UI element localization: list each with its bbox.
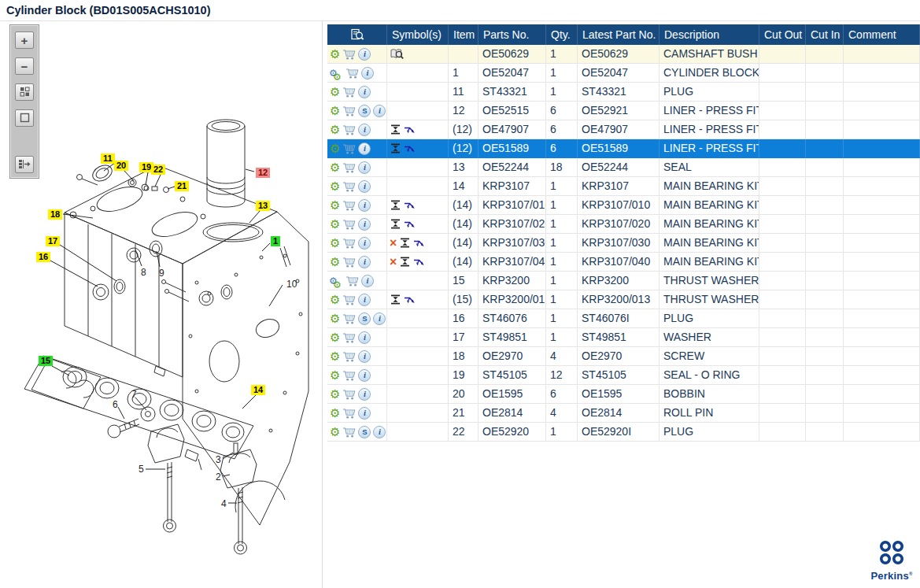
gear-icon[interactable]: ⚙	[330, 351, 340, 362]
diagram-callout-14[interactable]: 14	[251, 385, 265, 395]
cart-icon[interactable]	[345, 276, 359, 287]
table-row[interactable]: ⚙i11ST433211ST43321PLUG	[327, 83, 920, 102]
column-header-comment[interactable]: Comment	[844, 24, 920, 45]
diagram-callout-1[interactable]: 1	[271, 236, 280, 246]
cart-icon[interactable]	[342, 313, 356, 324]
cart-icon[interactable]	[342, 219, 356, 230]
multi-view-button[interactable]	[15, 83, 34, 101]
table-row[interactable]: ⚙i(12)OE479076OE47907LINER - PRESS FIT	[327, 120, 920, 139]
gear-icon[interactable]: ⚙	[330, 162, 340, 173]
gear-icon[interactable]: ⚙	[330, 49, 340, 60]
diagram-callout-20[interactable]: 20	[114, 161, 128, 171]
table-row[interactable]: ⚙Si16ST460761ST46076IPLUG	[327, 309, 920, 328]
gear-double-icon[interactable]: ⚙⚙	[330, 275, 343, 287]
gear-icon[interactable]: ⚙	[330, 105, 340, 116]
info-icon[interactable]: i	[358, 86, 371, 98]
table-row-selected[interactable]: ⚙i(12)OE515896OE51589LINER - PRESS FIT	[327, 139, 920, 158]
info-icon[interactable]: i	[358, 142, 371, 155]
column-header-actions[interactable]	[327, 24, 387, 45]
info-icon[interactable]: i	[373, 312, 386, 325]
diagram-callout-21[interactable]: 21	[175, 181, 189, 191]
diagram-callout-11[interactable]: 11	[101, 153, 115, 164]
gear-icon[interactable]: ⚙	[330, 370, 340, 381]
table-row[interactable]: ⚙i(14)KRP3107/0101KRP3107/010MAIN BEARIN…	[327, 196, 920, 215]
table-row[interactable]: ⚙i17ST498511ST49851WASHER	[327, 328, 920, 347]
table-row[interactable]: ⚙i(15)KRP3200/0131KRP3200/013THRUST WASH…	[327, 290, 920, 309]
gear-icon[interactable]: ⚙	[330, 257, 340, 268]
table-row[interactable]: ⚙i20OE15956OE1595BOBBIN	[327, 385, 920, 404]
info-icon[interactable]: i	[358, 331, 371, 344]
info-icon[interactable]: i	[358, 237, 371, 250]
table-row[interactable]: ⚙⚙i15KRP32001KRP3200THRUST WASHER	[327, 272, 920, 290]
cart-icon[interactable]	[345, 68, 359, 79]
cart-icon[interactable]	[342, 181, 356, 192]
cart-icon[interactable]	[342, 49, 356, 60]
info-icon[interactable]: i	[358, 369, 371, 382]
info-icon[interactable]: i	[358, 350, 371, 363]
cart-icon[interactable]	[342, 389, 356, 400]
column-header-cut-out[interactable]: Cut Out	[759, 24, 806, 45]
gear-icon[interactable]: ⚙	[330, 219, 340, 230]
table-row[interactable]: ⚙i14KRP31071KRP3107MAIN BEARING KIT	[327, 177, 920, 196]
cart-icon[interactable]	[342, 162, 356, 173]
info-icon[interactable]: i	[358, 124, 371, 136]
cart-icon[interactable]	[342, 408, 356, 419]
cart-icon[interactable]	[342, 427, 356, 438]
column-header-parts-no[interactable]: Parts No.	[478, 24, 546, 45]
info-icon[interactable]: i	[358, 161, 371, 174]
column-header-qty[interactable]: Qty.	[546, 24, 578, 45]
diagram-callout-18[interactable]: 18	[48, 209, 62, 220]
column-header-description[interactable]: Description	[660, 24, 759, 45]
cart-icon[interactable]	[342, 351, 356, 362]
supersession-badge-icon[interactable]: S	[358, 312, 371, 325]
diagram-callout-13[interactable]: 13	[256, 201, 270, 211]
gear-icon[interactable]: ⚙	[330, 389, 340, 400]
cart-icon[interactable]	[342, 370, 356, 381]
diagram-callout-17[interactable]: 17	[46, 236, 60, 246]
diagram-callout-15[interactable]: 15	[39, 356, 53, 366]
diagram-callout-12[interactable]: 12	[256, 168, 270, 178]
gear-double-icon[interactable]: ⚙⚙	[330, 67, 343, 80]
column-header-cut-in[interactable]: Cut In	[806, 24, 844, 45]
zoom-out-button[interactable]: −	[15, 57, 34, 75]
info-icon[interactable]: i	[361, 67, 374, 80]
fit-view-button[interactable]	[15, 109, 34, 127]
diagram-callout-22[interactable]: 22	[151, 165, 165, 175]
table-row[interactable]: ⚙⚙i1OE520471OE52047CYLINDER BLOCK KIT	[327, 64, 920, 83]
gear-icon[interactable]: ⚙	[330, 181, 340, 192]
column-header-item[interactable]: Item	[449, 24, 478, 45]
gear-icon[interactable]: ⚙	[330, 143, 340, 154]
cart-icon[interactable]	[342, 143, 356, 154]
cart-icon[interactable]	[342, 87, 356, 98]
table-row[interactable]: ⚙i21OE28144OE2814ROLL PIN	[327, 404, 920, 423]
gear-icon[interactable]: ⚙	[330, 87, 340, 98]
gear-icon[interactable]: ⚙	[330, 294, 340, 305]
table-row[interactable]: ⚙i×(14)KRP3107/0401KRP3107/040MAIN BEARI…	[327, 253, 920, 272]
info-icon[interactable]: i	[358, 48, 371, 61]
diagram-callout-16[interactable]: 16	[36, 252, 50, 262]
cart-icon[interactable]	[342, 200, 356, 211]
cart-icon[interactable]	[342, 105, 356, 116]
gear-icon[interactable]: ⚙	[330, 427, 340, 438]
table-row[interactable]: ⚙Si12OE525156OE52921LINER - PRESS FIT	[327, 102, 920, 120]
gear-icon[interactable]: ⚙	[330, 408, 340, 419]
table-row[interactable]: ⚙i(14)KRP3107/0201KRP3107/020MAIN BEARIN…	[327, 215, 920, 234]
cart-icon[interactable]	[342, 332, 356, 343]
column-header-symbol-s[interactable]: Symbol(s)	[387, 24, 449, 45]
info-icon[interactable]: i	[361, 275, 374, 287]
zoom-in-button[interactable]: +	[15, 31, 34, 49]
supersession-badge-icon[interactable]: S	[358, 105, 371, 117]
gear-icon[interactable]: ⚙	[330, 332, 340, 343]
info-icon[interactable]: i	[373, 426, 386, 438]
table-row[interactable]: ⚙iOE506291OE50629CAMSHAFT BUSH	[327, 45, 920, 64]
info-icon[interactable]: i	[358, 256, 371, 268]
table-row[interactable]: ⚙i13OE5224418OE52244SEAL	[327, 158, 920, 177]
cart-icon[interactable]	[342, 124, 356, 135]
column-header-latest-part-no[interactable]: Latest Part No.	[578, 24, 660, 45]
gear-icon[interactable]: ⚙	[330, 313, 340, 324]
gear-icon[interactable]: ⚙	[330, 200, 340, 211]
info-icon[interactable]: i	[358, 407, 371, 420]
info-icon[interactable]: i	[358, 199, 371, 212]
table-row[interactable]: ⚙i18OE29704OE2970SCREW	[327, 347, 920, 366]
table-row[interactable]: ⚙Si22OE529201OE52920IPLUG	[327, 423, 920, 442]
